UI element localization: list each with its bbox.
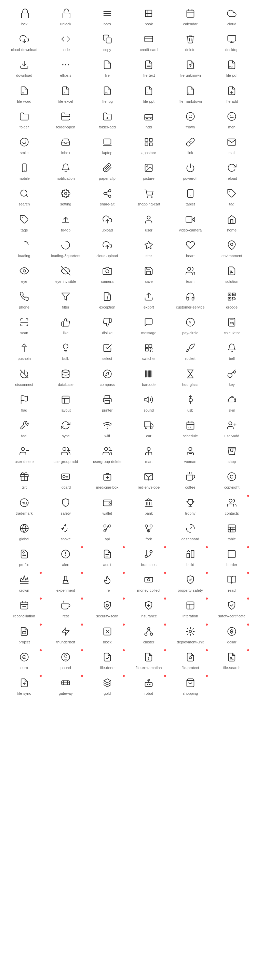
icon-item-eye[interactable]: eye (3, 261, 45, 286)
icon-item-frown[interactable]: frown (169, 107, 211, 132)
icon-item-shop[interactable]: shop (211, 441, 253, 467)
icon-item-bars[interactable]: bars (87, 3, 128, 29)
icon-item-download[interactable]: download (3, 55, 45, 81)
icon-item-file-add[interactable]: file-add (211, 81, 253, 107)
icon-item-usergroup-delete[interactable]: usergroup-delete (87, 441, 128, 467)
icon-item-key[interactable]: key (211, 364, 253, 390)
icon-item-folder-open[interactable]: folder-open (45, 107, 87, 132)
icon-item-gold[interactable]: gold (87, 673, 128, 698)
icon-item-pay-circle[interactable]: ¥pay-circle (169, 312, 211, 338)
icon-item-unlock[interactable]: unlock (45, 3, 87, 29)
icon-item-copy[interactable]: copy (87, 29, 128, 55)
icon-item-audit[interactable]: audit (87, 544, 128, 570)
icon-item-disconnect[interactable]: disconnect (3, 364, 45, 390)
icon-item-team[interactable]: team (169, 261, 211, 286)
icon-item-fork[interactable]: fork (128, 519, 170, 544)
icon-item-dislike[interactable]: dislike (87, 312, 128, 338)
icon-item-file-protect[interactable]: file-protect (169, 647, 211, 673)
icon-item-eye-invisible[interactable]: eye-invisible (45, 261, 87, 286)
icon-item-woman[interactable]: woman (169, 441, 211, 467)
icon-item-link[interactable]: link (169, 132, 211, 158)
icon-item-file-pdf[interactable]: PDFfile-pdf (211, 55, 253, 81)
icon-item-bank[interactable]: bank (128, 493, 170, 519)
icon-item-bell[interactable]: bell (211, 338, 253, 364)
icon-item-picture[interactable]: picture (128, 158, 170, 183)
icon-item-build[interactable]: build (169, 544, 211, 570)
icon-item-bulb[interactable]: bulb (45, 338, 87, 364)
icon-item-inbox[interactable]: inbox (45, 132, 87, 158)
icon-item-poweroff[interactable]: poweroff (169, 158, 211, 183)
icon-item-interation[interactable]: interation (169, 595, 211, 621)
icon-item-trademark[interactable]: TMtrademark (3, 493, 45, 519)
icon-item-lock[interactable]: lock (3, 3, 45, 29)
icon-item-loading-3quarters[interactable]: loading-3quarters (45, 235, 87, 261)
icon-item-property-safety[interactable]: property-safety (169, 570, 211, 595)
icon-item-file-jpg[interactable]: JPGfile-jpg (87, 81, 128, 107)
icon-item-star[interactable]: star (128, 235, 170, 261)
icon-item-file-done[interactable]: file-done (87, 647, 128, 673)
icon-item-project[interactable]: project (3, 622, 45, 647)
icon-item-user-add[interactable]: user-add (211, 415, 253, 441)
icon-item-customer-service[interactable]: customer-service (169, 286, 211, 312)
icon-item-delete[interactable]: delete (169, 29, 211, 55)
icon-item-user[interactable]: user (128, 210, 170, 235)
icon-item-skin[interactable]: skin (211, 390, 253, 415)
icon-item-tags[interactable]: tags (3, 210, 45, 235)
icon-item-shake[interactable]: shake (45, 519, 87, 544)
icon-item-tablet[interactable]: tablet (169, 183, 211, 209)
icon-item-medicine-box[interactable]: medicine-box (87, 467, 128, 492)
icon-item-crown[interactable]: crown (3, 570, 45, 595)
icon-item-read[interactable]: read (211, 570, 253, 595)
icon-item-printer[interactable]: printer (87, 390, 128, 415)
icon-item-file-exclamation[interactable]: file-exclamation (128, 647, 170, 673)
icon-item-coffee[interactable]: coffee (169, 467, 211, 492)
icon-item-fire[interactable]: fire (87, 570, 128, 595)
icon-item-alert[interactable]: alert (45, 544, 87, 570)
icon-item-notification[interactable]: notification (45, 158, 87, 183)
icon-item-scan[interactable]: scan (3, 312, 45, 338)
icon-item-usergroup-add[interactable]: usergroup-add (45, 441, 87, 467)
icon-item-switcher[interactable]: switcher (128, 338, 170, 364)
icon-item-to-top[interactable]: to-top (45, 210, 87, 235)
icon-item-gift[interactable]: gift (3, 467, 45, 492)
icon-item-home[interactable]: home (211, 210, 253, 235)
icon-item-file-excel[interactable]: Xfile-excel (45, 81, 87, 107)
icon-item-message[interactable]: message (128, 312, 170, 338)
icon-item-hourglass[interactable]: hourglass (169, 364, 211, 390)
icon-item-money-collect[interactable]: money-collect (128, 570, 170, 595)
icon-item-pushpin[interactable]: pushpin (3, 338, 45, 364)
icon-item-upload[interactable]: upload (87, 210, 128, 235)
icon-item-reconciliation[interactable]: reconciliation (3, 595, 45, 621)
icon-item-pound[interactable]: pound (45, 647, 87, 673)
icon-item-like[interactable]: like (45, 312, 87, 338)
icon-item-profile[interactable]: profile (3, 544, 45, 570)
icon-item-folder[interactable]: folder (3, 107, 45, 132)
icon-item-tag[interactable]: tag (211, 183, 253, 209)
icon-item-book[interactable]: book (128, 3, 170, 29)
icon-item-paper-clip[interactable]: paper-clip (87, 158, 128, 183)
icon-item-file-sync[interactable]: file-sync (3, 673, 45, 698)
icon-item-contacts[interactable]: contacts (211, 493, 253, 519)
icon-item-file[interactable]: file (87, 55, 128, 81)
icon-item-rest[interactable]: rest (45, 595, 87, 621)
icon-item-tool[interactable]: tool (3, 415, 45, 441)
icon-item-layout[interactable]: layout (45, 390, 87, 415)
icon-item-file-unknown[interactable]: file-unknown (169, 55, 211, 81)
icon-item-dashboard[interactable]: dashboard (169, 519, 211, 544)
icon-item-security-scan[interactable]: security-scan (87, 595, 128, 621)
icon-item-desktop[interactable]: desktop (211, 29, 253, 55)
icon-item-setting[interactable]: setting (45, 183, 87, 209)
icon-item-shopping[interactable]: shopping (169, 673, 211, 698)
icon-item-credit-card[interactable]: credit-card (128, 29, 170, 55)
icon-item-gateway[interactable]: gateway (45, 673, 87, 698)
icon-item-safety-certificate[interactable]: safety-certificate (211, 595, 253, 621)
icon-item-select[interactable]: select (87, 338, 128, 364)
icon-item-reload[interactable]: reload (211, 158, 253, 183)
icon-item-heart[interactable]: heart (169, 235, 211, 261)
icon-item-save[interactable]: save (128, 261, 170, 286)
icon-item-compass[interactable]: compass (87, 364, 128, 390)
icon-item-calculator[interactable]: calculator (211, 312, 253, 338)
icon-item-ellipsis[interactable]: ellipsis (45, 55, 87, 81)
icon-item-filter[interactable]: filter (45, 286, 87, 312)
icon-item-sync[interactable]: sync (45, 415, 87, 441)
